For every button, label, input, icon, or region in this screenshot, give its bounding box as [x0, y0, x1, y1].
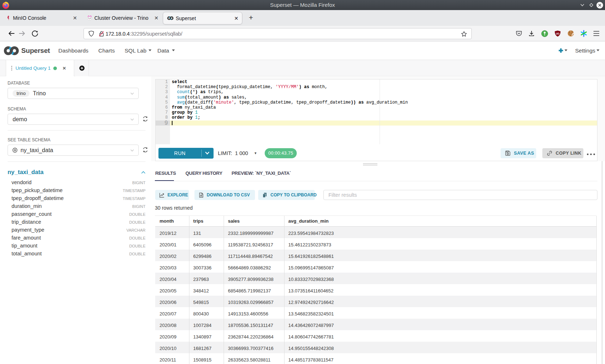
svg-text:UO: UO	[556, 32, 560, 35]
